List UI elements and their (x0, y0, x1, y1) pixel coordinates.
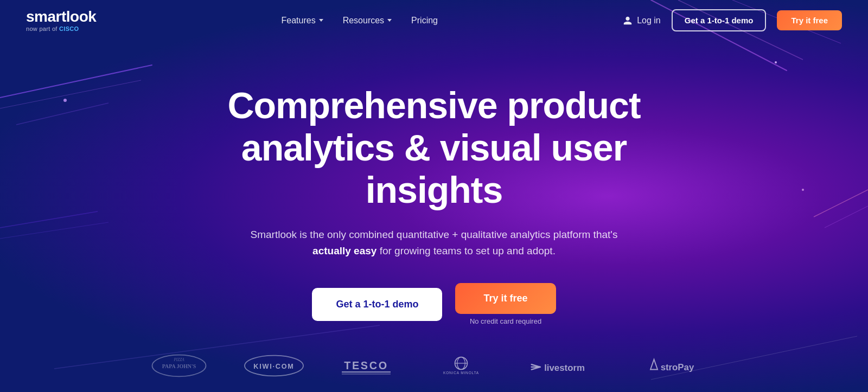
logo-astropay: stroPay (643, 354, 719, 378)
logo-livestorm: livestorm (529, 354, 610, 378)
logo-subtitle: now part of CISCO (26, 25, 79, 32)
svg-text:PAPA JOHN'S: PAPA JOHN'S (162, 363, 196, 369)
nav-try-free-button[interactable]: Try it free (777, 10, 842, 30)
logo-kiwi: KIWI·COM (241, 354, 307, 378)
svg-text:KIWI·COM: KIWI·COM (253, 363, 294, 370)
svg-text:stroPay: stroPay (661, 363, 694, 373)
trusted-logos-bar: PIZZA PAPA JOHN'S KIWI·COM TESCO KONICA … (0, 354, 868, 378)
nav-links: Features Resources Pricing (281, 16, 438, 25)
svg-text:livestorm: livestorm (544, 363, 585, 374)
resources-chevron-icon (387, 19, 392, 22)
hero-title: Comprehensive product analytics & visual… (190, 84, 678, 211)
logo-wordmark: smartlook (26, 9, 96, 24)
logo-look: look (66, 8, 97, 25)
hero-section: Comprehensive product analytics & visual… (0, 41, 868, 325)
login-link[interactable]: Log in (623, 16, 661, 25)
svg-text:TESCO: TESCO (344, 359, 388, 371)
svg-marker-31 (650, 359, 658, 370)
svg-text:PIZZA: PIZZA (173, 358, 184, 363)
hero-buttons: Get a 1-to-1 demo Try it free No credit … (312, 283, 556, 325)
logo-tesco: TESCO (339, 354, 393, 378)
logo-konica: KONICA MINOLTA (426, 354, 496, 378)
hero-demo-button[interactable]: Get a 1-to-1 demo (312, 288, 442, 321)
no-credit-card-text: No credit card required (470, 317, 541, 325)
hero-subtitle: Smartlook is the only combined quantitat… (244, 227, 624, 260)
hero-try-free-button[interactable]: Try it free (455, 283, 556, 314)
logo[interactable]: smartlook now part of CISCO (26, 9, 96, 32)
hero-try-free-wrapper: Try it free No credit card required (455, 283, 556, 325)
logo-papa-johns: PIZZA PAPA JOHN'S (149, 354, 209, 378)
nav-demo-button[interactable]: Get a 1-to-1 demo (672, 9, 767, 31)
nav-features[interactable]: Features (281, 16, 323, 25)
logo-smart: smart (26, 8, 66, 25)
navbar: smartlook now part of CISCO Features Res… (0, 0, 868, 41)
user-icon (623, 16, 633, 25)
nav-resources[interactable]: Resources (343, 16, 392, 25)
features-chevron-icon (319, 19, 323, 22)
nav-right: Log in Get a 1-to-1 demo Try it free (623, 9, 842, 31)
svg-text:KONICA MINOLTA: KONICA MINOLTA (443, 371, 479, 375)
nav-pricing[interactable]: Pricing (411, 16, 438, 25)
